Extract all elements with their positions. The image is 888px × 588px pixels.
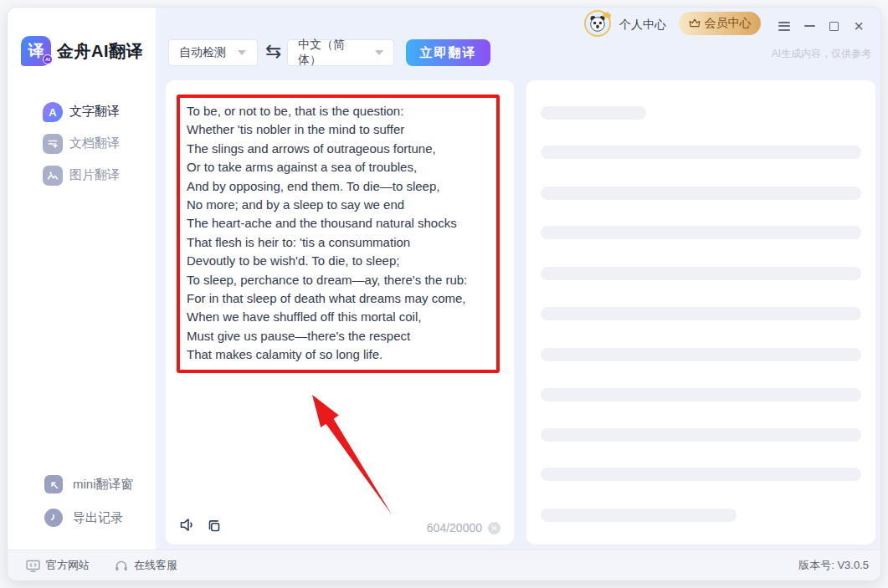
maximize-icon[interactable] <box>824 17 843 35</box>
avatar[interactable] <box>584 10 611 37</box>
image-translate-icon <box>43 166 63 186</box>
target-language-select[interactable]: 中文（简体） <box>287 39 394 66</box>
sidebar: 译 AI 金舟AI翻译 A 文字翻译 文档翻译 图片翻译 mini翻译窗 <box>8 8 156 551</box>
logo-glyph: 译 <box>28 40 44 62</box>
official-website-link[interactable]: 官方网站 <box>26 558 90 573</box>
sidebar-item-label: 文档翻译 <box>69 135 120 151</box>
result-skeleton <box>526 80 875 545</box>
sidebar-item-label: 图片翻译 <box>69 167 120 183</box>
menu-icon[interactable] <box>775 17 793 35</box>
source-text-panel: To be, or not to be, that is the questio… <box>166 80 514 545</box>
crown-icon <box>689 18 701 28</box>
skeleton-bar <box>541 348 861 361</box>
clock-icon <box>44 509 63 527</box>
text-translate-icon: A <box>43 102 63 122</box>
headset-icon <box>115 560 128 572</box>
translation-result-panel <box>526 80 875 545</box>
sidebar-item-label: 导出记录 <box>73 510 123 526</box>
logo-ai-badge: AI <box>43 54 53 64</box>
speaker-icon[interactable] <box>179 517 196 535</box>
online-support-link[interactable]: 在线客服 <box>115 558 177 573</box>
mini-window-icon <box>44 475 63 493</box>
sidebar-item-image-translate[interactable]: 图片翻译 <box>8 163 156 188</box>
document-translate-icon <box>43 134 63 154</box>
sidebar-item-text-translate[interactable]: A 文字翻译 <box>8 100 156 125</box>
app-title: 金舟AI翻译 <box>57 40 143 63</box>
official-website-label: 官方网站 <box>46 558 90 573</box>
sidebar-item-mini-window[interactable]: mini翻译窗 <box>8 473 156 495</box>
translate-now-button[interactable]: 立即翻译 <box>406 39 490 66</box>
vip-center-label: 会员中心 <box>705 16 752 31</box>
close-icon[interactable]: × <box>850 17 868 35</box>
chevron-down-icon <box>375 50 383 55</box>
sidebar-item-label: 文字翻译 <box>69 104 120 120</box>
sidebar-item-document-translate[interactable]: 文档翻译 <box>8 131 156 156</box>
skeleton-bar <box>541 307 861 320</box>
sidebar-item-label: mini翻译窗 <box>73 477 134 493</box>
source-language-select[interactable]: 自动检测 <box>168 39 258 66</box>
monitor-icon <box>26 560 40 572</box>
skeleton-bar <box>541 146 861 159</box>
sidebar-item-export-history[interactable]: 导出记录 <box>8 507 156 529</box>
ai-disclaimer-text: AI生成内容，仅供参考 <box>772 47 871 61</box>
chevron-down-icon <box>238 50 246 55</box>
app-logo: 译 AI 金舟AI翻译 <box>21 36 143 66</box>
char-count: 604/20000 <box>427 521 482 534</box>
status-bar: 官方网站 在线客服 版本号: V3.0.5 <box>8 550 880 580</box>
target-language-value: 中文（简体） <box>298 38 363 68</box>
crown-icon <box>601 6 613 23</box>
source-language-value: 自动检测 <box>179 45 226 60</box>
swap-languages-icon[interactable]: ⇆ <box>265 42 281 61</box>
online-support-label: 在线客服 <box>134 558 177 573</box>
skeleton-bar <box>541 468 861 481</box>
skeleton-bar <box>541 267 861 280</box>
minimize-icon[interactable] <box>800 17 819 35</box>
skeleton-bar <box>541 106 646 120</box>
copy-icon[interactable] <box>207 519 222 536</box>
vip-center-button[interactable]: 会员中心 <box>679 12 761 35</box>
app-logo-icon: 译 AI <box>21 36 51 66</box>
clear-input-icon[interactable]: ✕ <box>488 522 500 534</box>
skeleton-bar <box>541 187 861 200</box>
skeleton-bar <box>541 226 861 239</box>
skeleton-bar <box>541 428 861 442</box>
profile-center-link[interactable]: 个人中心 <box>619 18 666 33</box>
skeleton-bar <box>541 388 861 401</box>
source-text-input[interactable]: To be, or not to be, that is the questio… <box>177 95 500 373</box>
version-text: 版本号: V3.0.5 <box>798 558 869 573</box>
skeleton-bar <box>541 509 737 522</box>
app-window: 译 AI 金舟AI翻译 A 文字翻译 文档翻译 图片翻译 mini翻译窗 <box>7 7 881 581</box>
